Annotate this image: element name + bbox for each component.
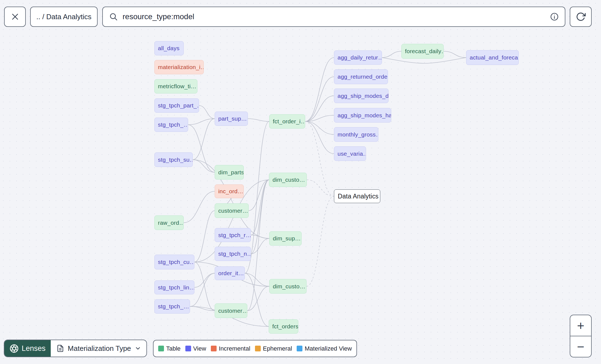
legend-label: Materialized View	[305, 345, 352, 352]
node-fct_order_i[interactable]: fct_order_i…	[269, 114, 305, 129]
node-dim_custo_b[interactable]: dim_custo…	[269, 279, 307, 294]
node-inc_ord[interactable]: inc_ord…	[215, 184, 244, 198]
legend-label: Table	[166, 345, 181, 352]
node-agg_daily[interactable]: agg_daily_retur…	[334, 50, 382, 65]
lens-selector[interactable]: Materialization Type	[51, 340, 146, 357]
lineage-canvas[interactable]: all_daysmaterialization_i…metricflow_ti……	[0, 0, 601, 364]
node-stg_tpch_su[interactable]: stg_tpch_su…	[154, 152, 193, 167]
node-customer_a[interactable]: customer…	[215, 203, 249, 218]
legend-item: Table	[158, 345, 181, 352]
close-icon	[11, 12, 19, 21]
breadcrumb[interactable]: .. / Data Analytics	[30, 7, 98, 27]
close-button[interactable]	[4, 7, 26, 27]
node-stg_tpch_r[interactable]: stg_tpch_r…	[215, 228, 251, 242]
legend-items: TableViewIncrementalEphemeralMaterialize…	[158, 345, 352, 352]
node-raw_ord[interactable]: raw_ord…	[154, 215, 184, 230]
search-icon	[109, 12, 118, 21]
node-agg_returned[interactable]: agg_returned_orde…	[334, 69, 388, 84]
node-agg_ship_d[interactable]: agg_ship_modes_d…	[334, 89, 389, 103]
node-stg_tpch_lin[interactable]: stg_tpch_lin…	[154, 280, 194, 294]
node-stg_tpch_a[interactable]: stg_tpch_…	[154, 118, 188, 132]
node-stg_tpch_cu[interactable]: stg_tpch_cu…	[154, 255, 194, 269]
search-input[interactable]	[122, 12, 546, 21]
node-all_days[interactable]: all_days	[154, 41, 184, 55]
search-bar[interactable]	[102, 7, 565, 27]
lenses-button[interactable]: Lenses	[4, 340, 51, 357]
node-dim_parts[interactable]: dim_parts	[215, 165, 244, 180]
node-materialization_i[interactable]: materialization_i…	[154, 60, 204, 74]
node-dim_sup[interactable]: dim_sup…	[269, 231, 302, 246]
node-monthly_gross[interactable]: monthly_gross…	[334, 127, 378, 142]
node-agg_ship_ha[interactable]: agg_ship_modes_ha…	[334, 108, 391, 123]
legend-swatch	[211, 346, 217, 351]
legend-swatch	[185, 346, 191, 351]
aperture-icon	[10, 344, 19, 353]
legend: TableViewIncrementalEphemeralMaterialize…	[153, 340, 357, 357]
legend-label: Ephemeral	[263, 345, 292, 352]
node-actual_forecast[interactable]: actual_and_foreca…	[466, 50, 519, 65]
node-stg_tpch_part[interactable]: stg_tpch_part_…	[154, 98, 199, 113]
node-metricflow_ti[interactable]: metricflow_ti…	[154, 79, 197, 93]
lenses-label: Lenses	[22, 344, 46, 353]
node-order_it[interactable]: order_it…	[215, 266, 245, 280]
info-icon[interactable]	[550, 12, 559, 21]
node-customer_b[interactable]: customer…	[215, 303, 247, 318]
lineage-nodes-layer: all_daysmaterialization_i…metricflow_ti……	[0, 0, 601, 364]
refresh-button[interactable]	[570, 7, 592, 27]
breadcrumb-label: .. / Data Analytics	[36, 13, 92, 21]
refresh-icon	[576, 12, 586, 22]
node-part_sup[interactable]: part_sup…	[215, 112, 248, 126]
zoom-out-button[interactable]: −	[570, 336, 591, 357]
legend-label: View	[193, 345, 206, 352]
legend-swatch	[158, 346, 164, 351]
node-stg_tpch_n[interactable]: stg_tpch_n…	[215, 247, 251, 261]
legend-item: Incremental	[211, 345, 250, 352]
legend-item: View	[185, 345, 206, 352]
node-dim_custo_a[interactable]: dim_custo…	[269, 173, 307, 187]
legend-swatch	[297, 346, 302, 351]
node-forecast_daily[interactable]: forecast_daily…	[401, 44, 444, 59]
legend-swatch	[255, 346, 261, 351]
zoom-in-button[interactable]: +	[570, 315, 591, 336]
legend-item: Ephemeral	[255, 345, 292, 352]
node-stg_tpch_b[interactable]: stg_tpch_…	[154, 299, 190, 314]
chevron-down-icon	[135, 345, 141, 352]
node-data_analytics[interactable]: Data Analytics | …	[334, 189, 380, 203]
legend-item: Materialized View	[297, 345, 352, 352]
legend-label: Incremental	[219, 345, 250, 352]
zoom-controls: + −	[570, 315, 592, 357]
lens-selector-label: Materialization Type	[68, 344, 131, 353]
node-use_varia[interactable]: use_varia…	[334, 146, 366, 161]
file-icon	[56, 345, 64, 352]
node-fct_orders[interactable]: fct_orders	[269, 319, 298, 334]
lenses-control: Lenses Materialization Type	[4, 340, 147, 357]
